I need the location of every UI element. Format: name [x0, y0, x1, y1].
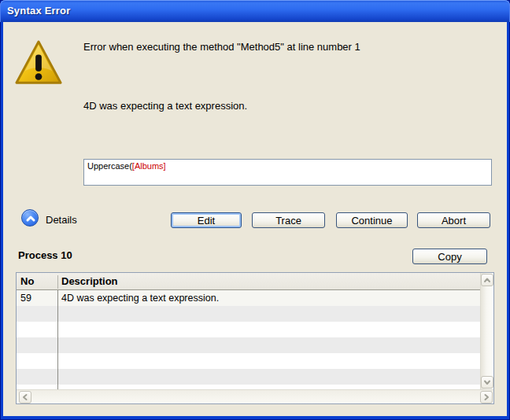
scroll-right-button[interactable] — [480, 391, 493, 403]
scroll-left-button[interactable] — [19, 391, 31, 403]
abort-button[interactable]: Abort — [417, 212, 490, 228]
cell-error-number: 59 — [20, 290, 31, 306]
expression-box[interactable]: Uppercase([Albums] — [83, 159, 492, 186]
scroll-down-button[interactable] — [481, 376, 493, 389]
column-header-no[interactable]: No — [20, 275, 34, 287]
error-table-header[interactable]: No Description — [17, 273, 480, 290]
cell-error-description: 4D was expecting a text expression. — [61, 290, 219, 306]
error-message-line2: 4D was expecting a text expression. — [83, 100, 247, 112]
error-table: No Description 59 4D was expecting a tex… — [16, 272, 494, 404]
edit-button[interactable]: Edit — [171, 212, 242, 228]
error-table-rows: 59 4D was expecting a text expression. — [17, 290, 480, 389]
trace-button[interactable]: Trace — [252, 212, 325, 228]
horizontal-scrollbar[interactable] — [17, 389, 493, 403]
expression-prefix: Uppercase( — [87, 161, 132, 171]
table-row[interactable]: 59 4D was expecting a text expression. — [17, 290, 480, 306]
column-divider-body — [57, 290, 58, 389]
title-bar[interactable]: Syntax Error — [0, 0, 510, 22]
error-message-line1: Error when executing the method "Method5… — [83, 41, 360, 53]
column-header-description[interactable]: Description — [61, 275, 118, 287]
empty-row — [17, 353, 480, 369]
warning-icon — [14, 38, 63, 91]
copy-button[interactable]: Copy — [412, 249, 487, 264]
continue-button[interactable]: Continue — [336, 212, 408, 228]
empty-row — [17, 369, 480, 385]
window-title: Syntax Error — [7, 5, 70, 17]
syntax-error-dialog: Syntax Error Error when executing the me… — [0, 0, 510, 420]
empty-row — [17, 306, 480, 322]
details-label: Details — [46, 214, 77, 226]
vertical-scrollbar[interactable] — [480, 273, 493, 389]
process-label: Process 10 — [18, 249, 72, 261]
empty-row — [17, 337, 480, 353]
empty-row — [17, 322, 480, 337]
details-toggle-button[interactable] — [21, 209, 39, 227]
scroll-up-button[interactable] — [481, 274, 493, 286]
expression-field-reference: [Albums] — [132, 161, 166, 171]
column-divider[interactable] — [57, 275, 58, 289]
